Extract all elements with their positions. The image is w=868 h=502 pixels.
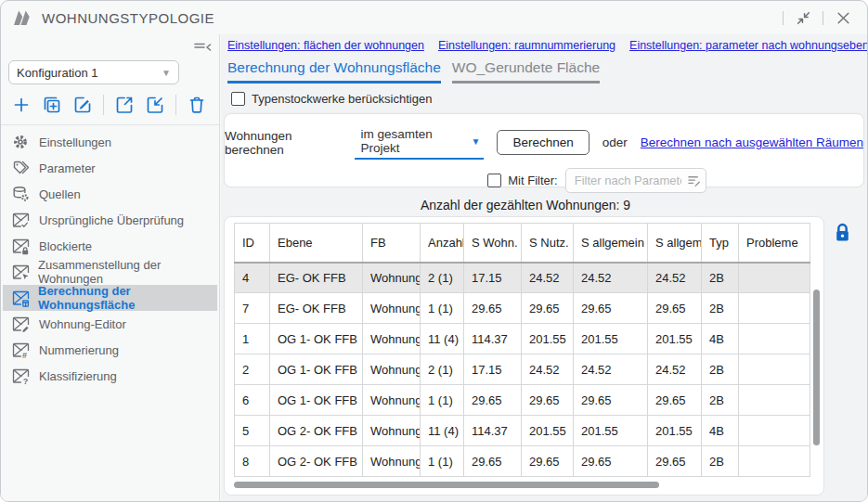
settings-link-2[interactable]: Einstellungen: parameter nach wohnungseb… bbox=[629, 39, 868, 52]
table-row[interactable]: 7EG- OK FFBWohnung1 (1)29.6529.6529.6529… bbox=[235, 293, 810, 324]
table-cell: 17.15 bbox=[464, 263, 522, 293]
table-cell: 201.55 bbox=[574, 324, 648, 354]
sidebar: Konfiguration 1 ▼ EinstellungenParameter… bbox=[1, 34, 220, 501]
sidebar-item-label: Blockierte bbox=[39, 239, 92, 253]
horizontal-scrollbar[interactable] bbox=[234, 482, 659, 488]
table-header-row: IDEbeneFBAnzahlS Wohn.S Nutz.S allgemein… bbox=[235, 224, 810, 263]
table-cell bbox=[739, 416, 810, 446]
column-header[interactable]: ID bbox=[235, 224, 270, 263]
import-icon[interactable] bbox=[143, 93, 167, 117]
configuration-toolbar bbox=[1, 84, 219, 125]
table-cell: 29.65 bbox=[648, 293, 702, 324]
table-cell: 24.52 bbox=[648, 263, 702, 293]
with-filter-checkbox[interactable]: Mit Filter: bbox=[487, 174, 557, 187]
table-cell: 2 (1) bbox=[421, 354, 464, 385]
sidebar-item-plan-calc[interactable]: Berechnung der Wohnungsfläche bbox=[3, 285, 217, 311]
vertical-scrollbar[interactable] bbox=[813, 290, 820, 445]
table-cell: 17.15 bbox=[464, 354, 522, 385]
calculate-button[interactable]: Berechnen bbox=[497, 130, 589, 155]
plan-cursor-icon bbox=[12, 264, 30, 280]
checkbox-box bbox=[487, 174, 501, 187]
table-cell: 24.52 bbox=[648, 354, 702, 385]
table-cell: 201.55 bbox=[522, 324, 574, 354]
table-cell: EG- OK FFB bbox=[270, 293, 363, 324]
table-cell: 8 bbox=[235, 446, 270, 477]
svg-text:?: ? bbox=[23, 377, 29, 385]
divider bbox=[823, 11, 823, 25]
table-cell: 29.65 bbox=[574, 446, 648, 477]
plan-hash-icon: # bbox=[12, 341, 31, 358]
table-cell: 29.65 bbox=[648, 385, 702, 416]
column-header[interactable]: S Nutz. bbox=[522, 224, 574, 263]
export-icon[interactable] bbox=[112, 93, 136, 117]
add-icon[interactable] bbox=[9, 93, 33, 117]
sidebar-item-plan-pencil[interactable]: Wohnung-Editor bbox=[3, 311, 217, 337]
title-bar: WOHNUNGSTYPOLOGIE bbox=[1, 1, 867, 34]
table-row[interactable]: 5OG 2- OK FFBWohnung11 (4)114.37201.5520… bbox=[235, 416, 810, 446]
column-header[interactable]: Ebene bbox=[270, 224, 363, 263]
lock-icon[interactable] bbox=[834, 223, 851, 243]
table-cell: Wohnung bbox=[363, 324, 421, 354]
sidebar-item-tags[interactable]: Parameter bbox=[3, 155, 217, 181]
delete-icon[interactable] bbox=[185, 93, 209, 117]
column-header[interactable]: Anzahl bbox=[421, 224, 464, 263]
table-cell: 1 (1) bbox=[421, 293, 464, 324]
settings-link-0[interactable]: Einstellungen: flächen der wohnungen bbox=[227, 39, 424, 52]
column-header[interactable]: Typ bbox=[702, 224, 739, 263]
sidebar-item-gear[interactable]: Einstellungen bbox=[3, 129, 217, 155]
duplicate-icon[interactable] bbox=[40, 93, 64, 117]
close-window-icon[interactable] bbox=[832, 6, 854, 29]
table-cell: OG 1- OK FFB bbox=[270, 354, 363, 385]
table-cell: 2 bbox=[235, 354, 270, 385]
sidebar-item-plan-question[interactable]: ?Klassifizierung bbox=[3, 363, 217, 389]
table-row[interactable]: 4EG- OK FFBWohnung2 (1)17.1524.5224.5224… bbox=[235, 263, 810, 293]
table-row[interactable]: 1OG 1- OK FFBWohnung11 (4)114.37201.5520… bbox=[235, 324, 810, 354]
apartments-table-panel: IDEbeneFBAnzahlS Wohn.S Nutz.S allgemein… bbox=[224, 216, 824, 496]
table-cell: 29.65 bbox=[522, 385, 574, 416]
column-header[interactable]: S Wohn. bbox=[464, 224, 522, 263]
edit-icon[interactable] bbox=[71, 93, 95, 117]
table-cell: 4 bbox=[235, 263, 270, 293]
table-cell bbox=[739, 324, 810, 354]
table-cell: 201.55 bbox=[574, 416, 648, 446]
table-cell: 29.65 bbox=[574, 293, 648, 324]
table-cell: 29.65 bbox=[464, 446, 522, 477]
calc-scope-value: im gesamten Projekt bbox=[360, 127, 461, 155]
plan-question-icon: ? bbox=[12, 367, 31, 384]
gear-icon bbox=[12, 134, 31, 150]
collapse-sidebar-icon[interactable] bbox=[193, 40, 212, 55]
calc-scope-select[interactable]: im gesamten Projekt ▼ bbox=[355, 125, 484, 160]
table-row[interactable]: 8OG 2- OK FFBWohnung1 (1)29.6529.6529.65… bbox=[235, 446, 810, 477]
table-row[interactable]: 6OG 1- OK FFBWohnung1 (1)29.6529.6529.65… bbox=[235, 385, 810, 416]
calculate-by-rooms-link[interactable]: Berechnen nach ausgewählten Räumen bbox=[641, 135, 863, 149]
tab-1[interactable]: WO_Gerundete Fläche bbox=[452, 59, 600, 84]
table-row[interactable]: 2OG 1- OK FFBWohnung2 (1)17.1524.5224.52… bbox=[235, 354, 810, 385]
table-cell: 29.65 bbox=[574, 385, 648, 416]
table-cell: Wohnung bbox=[363, 416, 421, 446]
column-header[interactable]: S allgemein bbox=[648, 224, 702, 263]
sidebar-item-plan-cursor[interactable]: Zusammenstellung der Wohnungen bbox=[3, 259, 217, 285]
table-cell: 2B bbox=[702, 446, 739, 477]
configuration-select[interactable]: Konfiguration 1 ▼ bbox=[8, 60, 179, 84]
sidebar-item-database[interactable]: Quellen bbox=[3, 181, 217, 207]
table-cell: 201.55 bbox=[648, 324, 702, 354]
table-cell: 4B bbox=[702, 416, 739, 446]
sidebar-item-plan-hash[interactable]: #Nummerierung bbox=[3, 337, 217, 363]
column-header[interactable]: FB bbox=[363, 224, 421, 263]
settings-link-1[interactable]: Einstellungen: raumnummerierung bbox=[438, 39, 615, 52]
column-header[interactable]: Probleme bbox=[739, 224, 810, 263]
sidebar-item-plan-lock[interactable]: Blockierte bbox=[3, 233, 217, 259]
restore-window-icon[interactable] bbox=[792, 6, 814, 29]
sidebar-item-label: Nummerierung bbox=[39, 343, 119, 357]
plan-check-icon bbox=[12, 212, 31, 228]
app-title: WOHNUNGSTYPOLOGIE bbox=[42, 10, 214, 26]
sidebar-item-plan-check[interactable]: Ursprüngliche Überprüfung bbox=[3, 207, 217, 233]
divider bbox=[783, 11, 784, 25]
column-header[interactable]: S allgemein bbox=[574, 224, 648, 263]
table-cell: 4B bbox=[702, 324, 739, 354]
type-floors-checkbox[interactable]: Typenstockwerke berücksichtigen bbox=[231, 92, 432, 106]
table-cell: EG- OK FFB bbox=[270, 263, 363, 293]
divider bbox=[103, 95, 104, 115]
tab-0[interactable]: Berechnung der Wohnungsfläche bbox=[227, 59, 441, 84]
filter-parameters-input[interactable] bbox=[565, 168, 706, 193]
